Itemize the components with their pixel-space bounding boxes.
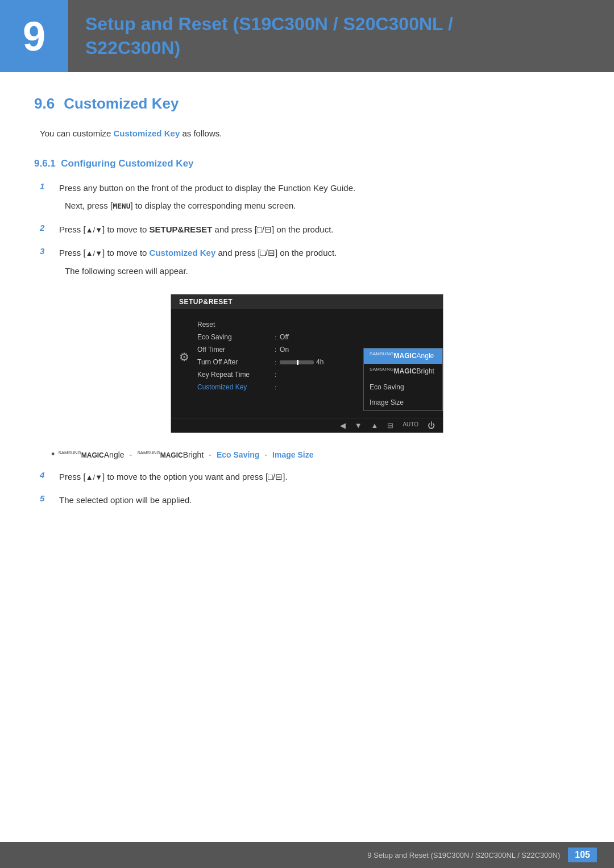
footer-page-number: 105 xyxy=(568,848,597,862)
toolbar-icon-enter: ⊟ xyxy=(387,421,393,430)
step-1-sub: Next, press [MENU] to display the corres… xyxy=(59,198,580,213)
chapter-title: Setup and Reset (S19C300N / S20C300NL / … xyxy=(85,13,453,60)
step-2-content: Press [▲/▼] to move to SETUP&RESET and p… xyxy=(59,222,580,237)
step-3: 3 Press [▲/▼] to move to Customized Key … xyxy=(34,246,580,278)
intro-paragraph: You can customize Customized Key as foll… xyxy=(34,126,580,141)
step-3-content: Press [▲/▼] to move to Customized Key an… xyxy=(59,246,580,278)
submenu-item-eco-saving: Eco Saving xyxy=(364,380,442,395)
section-heading: 9.6 Customized Key xyxy=(34,95,580,113)
intro-highlight: Customized Key xyxy=(114,128,180,138)
step-2-number: 2 xyxy=(40,223,51,237)
step-1-number: 1 xyxy=(40,181,51,213)
step-5-number: 5 xyxy=(40,493,51,508)
option-bright: SAMSUNGMAGICBright xyxy=(137,450,204,459)
option-image-size: Image Size xyxy=(272,450,313,459)
submenu-item-image-size: Image Size xyxy=(364,395,442,410)
step-4: 4 Press [▲/▼] to move to the option you … xyxy=(34,470,580,484)
footer-text: 9 Setup and Reset (S19C300N / S20C300NL … xyxy=(367,851,560,859)
step-1-content: Press any button on the front of the pro… xyxy=(59,181,580,213)
chapter-header: 9 Setup and Reset (S19C300N / S20C300NL … xyxy=(0,0,614,72)
step-4-content: Press [▲/▼] to move to the option you wa… xyxy=(59,470,580,484)
toolbar-icon-down: ▼ xyxy=(355,421,362,430)
step-4-number: 4 xyxy=(40,470,51,484)
main-content: 9.6 Customized Key You can customize Cus… xyxy=(0,95,614,562)
options-bullet: • SAMSUNGMAGICAngle - SAMSUNGMAGICBright… xyxy=(51,449,580,459)
chapter-number: 9 xyxy=(0,0,68,72)
section-number: 9.6 xyxy=(34,95,55,113)
intro-before: You can customize xyxy=(40,128,114,138)
step-3-number: 3 xyxy=(40,246,51,278)
toolbar-label-auto: AUTO xyxy=(403,421,418,430)
monitor-submenu: SAMSUNGMAGICAngle SAMSUNGMAGICBright Eco… xyxy=(363,348,443,411)
submenu-item-bright: SAMSUNGMAGICBright xyxy=(364,364,442,379)
option-angle: SAMSUNGMAGICAngle xyxy=(58,450,124,459)
submenu-item-angle: SAMSUNGMAGICAngle xyxy=(364,348,442,364)
step-1-text: Press any button on the front of the pro… xyxy=(59,183,355,193)
toolbar-icon-up: ▲ xyxy=(371,421,379,430)
menu-item-eco-saving: Eco Saving : Off xyxy=(197,331,359,343)
gear-icon: ⚙ xyxy=(171,344,197,369)
step-5-content: The selected option will be applied. xyxy=(59,493,580,508)
monitor-toolbar: ◀ ▼ ▲ ⊟ AUTO ⏻ xyxy=(171,418,443,433)
section-title: Customized Key xyxy=(64,95,179,113)
monitor-body: ⚙ Reset Eco Saving : Off Off Timer : On xyxy=(171,309,443,418)
chapter-title-box: Setup and Reset (S19C300N / S20C300NL / … xyxy=(68,0,470,72)
intro-after: as follows. xyxy=(180,128,222,138)
step-1: 1 Press any button on the front of the p… xyxy=(34,181,580,213)
step-2: 2 Press [▲/▼] to move to SETUP&RESET and… xyxy=(34,222,580,237)
page-footer: 9 Setup and Reset (S19C300N / S20C300NL … xyxy=(0,842,614,868)
option-eco-saving: Eco Saving xyxy=(217,450,259,459)
menu-item-reset: Reset xyxy=(197,318,359,331)
subsection-heading: 9.6.1 Configuring Customized Key xyxy=(34,158,580,169)
menu-item-key-repeat: Key Repeat Time : xyxy=(197,368,359,381)
toolbar-icon-power: ⏻ xyxy=(428,421,435,430)
monitor-menu-list: Reset Eco Saving : Off Off Timer : On Tu… xyxy=(197,316,359,411)
step-5: 5 The selected option will be applied. xyxy=(34,493,580,508)
monitor-menu-title: SETUP&RESET xyxy=(171,294,443,309)
menu-item-customized-key: Customized Key : xyxy=(197,381,359,393)
menu-item-turn-off-after: Turn Off After : 4h xyxy=(197,356,359,368)
monitor-screenshot: SETUP&RESET ⚙ Reset Eco Saving : Off Off… xyxy=(171,294,443,433)
toolbar-icon-left: ◀ xyxy=(340,421,346,430)
step-3-sub: The following screen will appear. xyxy=(59,264,580,279)
menu-item-off-timer: Off Timer : On xyxy=(197,343,359,356)
